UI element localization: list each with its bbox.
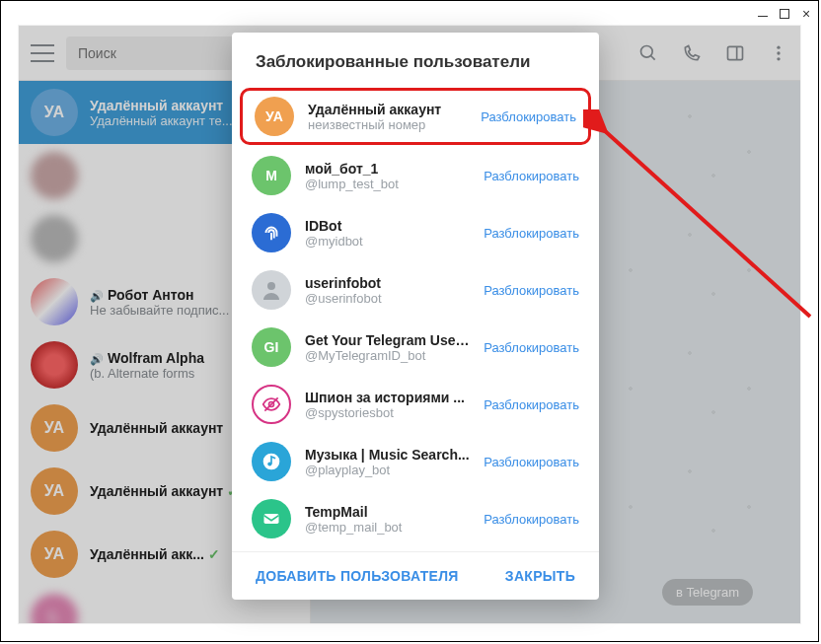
blocked-users-list[interactable]: УАУдалённый аккаунтнеизвестный номерРазб… xyxy=(232,86,599,551)
unblock-button[interactable]: Разблокировать xyxy=(481,109,576,124)
user-name: TempMail xyxy=(305,504,470,520)
window-titlebar: × xyxy=(1,1,818,26)
window-minimize-button[interactable] xyxy=(757,8,769,20)
avatar: УА xyxy=(255,97,294,136)
blocked-user-row[interactable]: Музыка | Music Search...@playplay_botРаз… xyxy=(232,433,599,490)
user-handle: @userinfobot xyxy=(305,291,470,306)
avatar: GI xyxy=(252,327,291,367)
user-handle: неизвестный номер xyxy=(308,117,467,132)
modal-title: Заблокированные пользователи xyxy=(232,33,599,86)
user-info: IDBot@myidbot xyxy=(305,218,470,249)
user-info: Удалённый аккаунтнеизвестный номер xyxy=(308,102,467,132)
unblock-button[interactable]: Разблокировать xyxy=(484,512,579,527)
blocked-user-row[interactable]: GIGet Your Telegram User...@MyTelegramID… xyxy=(232,319,599,376)
music-icon xyxy=(252,442,291,481)
unblock-button[interactable]: Разблокировать xyxy=(484,283,579,298)
unblock-button[interactable]: Разблокировать xyxy=(484,169,579,183)
user-handle: @MyTelegramID_bot xyxy=(305,348,470,363)
eye-off-icon xyxy=(252,385,291,424)
user-name: Музыка | Music Search... xyxy=(305,447,470,463)
user-name: Удалённый аккаунт xyxy=(308,102,467,117)
user-name: мой_бот_1 xyxy=(305,161,470,177)
unblock-button[interactable]: Разблокировать xyxy=(484,455,579,469)
user-info: Шпион за историями ...@spystoriesbot xyxy=(305,390,470,420)
fingerprint-icon xyxy=(252,213,291,252)
unblock-button[interactable]: Разблокировать xyxy=(484,397,579,412)
window-frame: × УАУдалённый аккаунтУдалённый аккаунт т… xyxy=(0,0,819,642)
user-name: IDBot xyxy=(305,218,470,234)
mail-icon xyxy=(252,499,291,538)
blocked-user-row[interactable]: TempMail@temp_mail_botРазблокировать xyxy=(232,490,599,547)
modal-footer: ДОБАВИТЬ ПОЛЬЗОВАТЕЛЯ ЗАКРЫТЬ xyxy=(232,551,599,600)
user-handle: @temp_mail_bot xyxy=(305,520,470,535)
blocked-user-row[interactable]: IDBot@myidbotРазблокировать xyxy=(232,204,599,261)
user-info: мой_бот_1@lump_test_bot xyxy=(305,161,470,191)
user-handle: @lump_test_bot xyxy=(305,177,470,191)
user-handle: @myidbot xyxy=(305,234,470,249)
add-user-button[interactable]: ДОБАВИТЬ ПОЛЬЗОВАТЕЛЯ xyxy=(256,568,459,584)
user-name: Шпион за историями ... xyxy=(305,390,470,405)
user-info: TempMail@temp_mail_bot xyxy=(305,504,470,535)
svg-point-7 xyxy=(267,282,275,290)
blocked-user-row[interactable]: УАУдалённый аккаунтнеизвестный номерРазб… xyxy=(240,88,591,145)
user-handle: @spystoriesbot xyxy=(305,405,470,420)
user-handle: @playplay_bot xyxy=(305,463,470,477)
close-button[interactable]: ЗАКРЫТЬ xyxy=(505,568,575,584)
avatar: М xyxy=(252,156,291,195)
unblock-button[interactable]: Разблокировать xyxy=(484,226,579,241)
user-name: userinfobot xyxy=(305,275,470,291)
user-info: userinfobot@userinfobot xyxy=(305,275,470,306)
blocked-user-row[interactable]: userinfobot@userinfobotРазблокировать xyxy=(232,261,599,319)
blocked-user-row[interactable]: Ммой_бот_1@lump_test_botРазблокировать xyxy=(232,147,599,204)
user-info: Музыка | Music Search...@playplay_bot xyxy=(305,447,470,477)
user-name: Get Your Telegram User... xyxy=(305,332,470,348)
window-close-button[interactable]: × xyxy=(800,8,812,20)
user-info: Get Your Telegram User...@MyTelegramID_b… xyxy=(305,332,470,363)
window-maximize-button[interactable] xyxy=(779,8,790,20)
blocked-user-row[interactable]: Шпион за историями ...@spystoriesbotРазб… xyxy=(232,376,599,433)
person-icon xyxy=(252,270,291,310)
svg-rect-12 xyxy=(264,514,279,524)
unblock-button[interactable]: Разблокировать xyxy=(484,340,579,355)
blocked-users-modal: Заблокированные пользователи УАУдалённый… xyxy=(232,33,599,600)
